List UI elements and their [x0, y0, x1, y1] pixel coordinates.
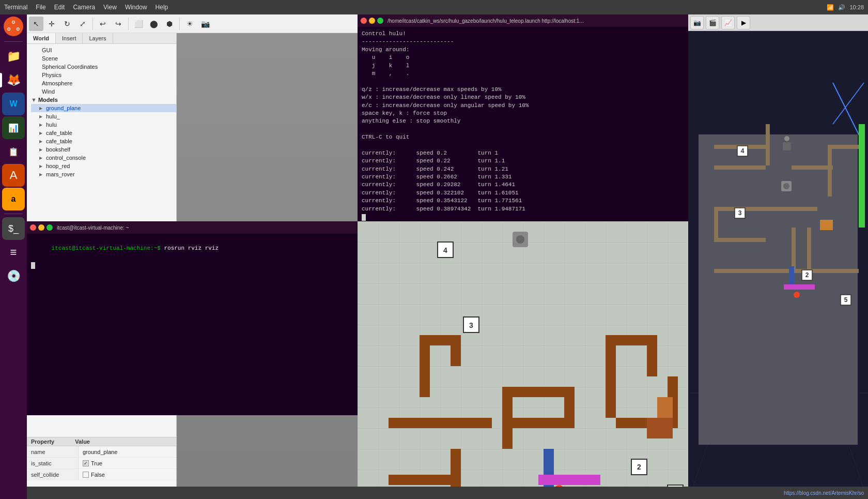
- terminal1-close-btn[interactable]: [361, 18, 367, 24]
- translate-tool-button[interactable]: ✛: [44, 17, 59, 31]
- term1-speed-8: currently: speed 0.38974342 turn 1.94871…: [362, 205, 684, 213]
- terminal1-min-btn[interactable]: [369, 18, 375, 24]
- ubuntu-logo-icon[interactable]: [4, 17, 23, 36]
- sidebar-item-firefox[interactable]: 🦊: [2, 69, 25, 92]
- sidebar-item-software[interactable]: A: [2, 164, 25, 187]
- term1-line-8: q/z : increase/decrease max speeds by 10…: [362, 86, 684, 94]
- svg-text:3: 3: [738, 209, 742, 217]
- svg-point-5: [17, 28, 19, 31]
- pink-object: [538, 475, 600, 485]
- box-button[interactable]: ⬜: [131, 17, 146, 31]
- undo-button[interactable]: ↩: [96, 17, 110, 31]
- rviz-3d-scene[interactable]: 4 3 2 5: [688, 31, 868, 499]
- rviz-record-btn[interactable]: 🎬: [706, 16, 719, 29]
- sidebar-item-files[interactable]: 📁: [2, 45, 25, 68]
- wall-v3: [564, 387, 575, 428]
- tree-item-scene[interactable]: Scene: [27, 54, 176, 63]
- sidebar-divider-mid: [4, 214, 23, 214]
- sidebar-item-dvd[interactable]: 💿: [2, 265, 25, 288]
- menu-camera[interactable]: Camera: [73, 4, 95, 11]
- menu-file[interactable]: File: [36, 4, 45, 11]
- menu-view[interactable]: View: [103, 4, 117, 11]
- tree-item-spherical[interactable]: Spherical Coordinates: [27, 63, 176, 71]
- tree-item-atmosphere[interactable]: Atmosphere: [27, 79, 176, 87]
- tree-item-control-console[interactable]: ▶ control_console: [31, 154, 176, 162]
- terminal1-max-btn[interactable]: [377, 18, 383, 24]
- tree-item-coke-can[interactable]: ▶ bookshelf: [31, 145, 176, 154]
- select-tool-button[interactable]: ↖: [29, 17, 43, 31]
- svg-rect-37: [807, 269, 859, 273]
- arrow-icon: ▶: [39, 106, 44, 111]
- term1-line-15: [362, 141, 684, 149]
- robot-head: [516, 235, 524, 244]
- terminal1-content[interactable]: Control hulu! --------------------------…: [358, 27, 688, 221]
- sidebar-item-layers[interactable]: ≡: [2, 241, 25, 264]
- sidebar-item-impress[interactable]: 📋: [2, 140, 25, 163]
- rotate-tool-button[interactable]: ↻: [60, 17, 74, 31]
- terminal1-win-buttons: [361, 18, 383, 24]
- terminal2-max-btn[interactable]: [47, 224, 53, 231]
- wall-v4: [606, 335, 616, 418]
- sidebar-item-writer[interactable]: W: [2, 93, 25, 115]
- term1-line-7: [362, 78, 684, 85]
- rviz-camera-btn[interactable]: 📷: [690, 16, 704, 29]
- menu-window[interactable]: Window: [125, 4, 147, 11]
- tab-insert[interactable]: Insert: [56, 33, 83, 43]
- terminal2-command: rosrun rviz rviz: [161, 245, 219, 251]
- tree-item-ground-plane[interactable]: ▶ ground_plane: [31, 104, 176, 112]
- rviz-toolbar: 📷 🎬 📈 ▶: [688, 14, 868, 31]
- tree-item-cafe-table[interactable]: ▶ cafe_table: [31, 129, 176, 137]
- term1-line-14: CTRL-C to quit: [362, 133, 684, 141]
- ubuntu-sidebar: 📁 🦊 W 📊 📋 A a $_ ≡ 💿: [0, 14, 27, 499]
- term1-speed-7: currently: speed 0.3543122 turn 1.771561: [362, 197, 684, 205]
- sidebar-item-terminal[interactable]: $_: [2, 217, 25, 240]
- tree-item-hulu[interactable]: ▶ hulu: [31, 120, 176, 129]
- gazebo-toolbar: ↖ ✛ ↻ ⤢ ↩ ↪ ⬜ ⬤ ⬢ ☀ 📷: [27, 14, 358, 33]
- terminal2-content[interactable]: itcast@itcast-virtual-machine:~$ rosrun …: [27, 234, 358, 415]
- svg-text:4: 4: [443, 246, 447, 254]
- svg-rect-34: [792, 228, 796, 269]
- term1-line-3: Moving around:: [362, 46, 684, 54]
- cylinder-button[interactable]: ⬢: [162, 17, 177, 31]
- is-static-checkbox[interactable]: ✓: [83, 460, 89, 466]
- term1-line-1: Control hulu!: [362, 30, 684, 38]
- terminal2-min-btn[interactable]: [38, 224, 44, 231]
- svg-rect-24: [699, 134, 858, 445]
- tab-layers[interactable]: Layers: [83, 33, 113, 43]
- expand-arrow-icon: ▼: [31, 97, 37, 103]
- scale-tool-button[interactable]: ⤢: [75, 17, 90, 31]
- light-button[interactable]: ☀: [182, 17, 197, 31]
- clock: 10:28: [849, 4, 864, 10]
- svg-rect-30: [828, 145, 832, 196]
- sphere-button[interactable]: ⬤: [147, 17, 161, 31]
- panel-tabs: World Insert Layers: [27, 33, 176, 44]
- term1-speed-5: currently: speed 0.29282 turn 1.4641: [362, 181, 684, 189]
- camera-button[interactable]: 📷: [198, 17, 212, 31]
- gazebo-3d-viewport[interactable]: 4 3 4 4 3 2 5: [358, 221, 688, 499]
- prop-name-value: ground_plane: [79, 449, 121, 455]
- svg-rect-26: [766, 124, 770, 165]
- redo-button[interactable]: ↪: [111, 17, 126, 31]
- rviz-graph-btn[interactable]: 📈: [721, 16, 735, 29]
- tree-item-mars-rover[interactable]: ▶ mars_rover: [31, 170, 176, 178]
- menu-help[interactable]: Help: [156, 4, 168, 11]
- terminal2-close-btn[interactable]: [30, 224, 36, 231]
- prop-is-static-label: is_static: [27, 458, 79, 468]
- tab-world[interactable]: World: [27, 33, 56, 43]
- prop-is-static-value: ✓ True: [79, 460, 106, 466]
- sidebar-item-calc[interactable]: 📊: [2, 116, 25, 139]
- term1-line-4: u i o: [362, 54, 684, 62]
- tree-item-models[interactable]: ▼ Models: [27, 96, 176, 104]
- tree-item-physics[interactable]: Physics: [27, 71, 176, 79]
- svg-rect-29: [828, 145, 859, 149]
- menu-edit[interactable]: Edit: [54, 4, 65, 11]
- tree-item-bookshelf[interactable]: ▶ cafe_table: [31, 137, 176, 145]
- prop-row-is-static: is_static ✓ True: [27, 458, 176, 469]
- rviz-video-btn[interactable]: ▶: [737, 16, 750, 29]
- tree-item-hoop-red[interactable]: ▶ hoop_red: [31, 162, 176, 170]
- tree-item-wind[interactable]: Wind: [27, 87, 176, 96]
- tree-item-gui[interactable]: GUI: [27, 46, 176, 54]
- sidebar-item-amazon[interactable]: a: [2, 188, 25, 210]
- tree-item-hulu-underscore[interactable]: ▶ hulu_: [31, 112, 176, 120]
- self-collide-checkbox[interactable]: [83, 472, 89, 478]
